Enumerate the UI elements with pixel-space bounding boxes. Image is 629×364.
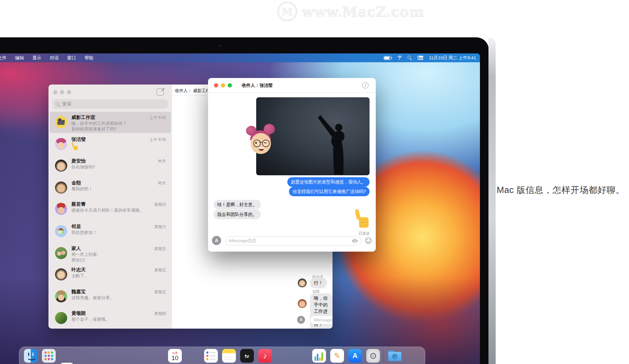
received-bubble: 行！	[310, 278, 327, 288]
avatar	[55, 290, 67, 302]
dock-launchpad-icon[interactable]	[42, 349, 56, 363]
conversation-preview: 我也想参加！	[71, 230, 166, 235]
dock-tv-icon[interactable]: tv	[240, 349, 254, 363]
conversation-preview: 谢谢你今天鼎力相助！真的非常感激。	[71, 207, 166, 213]
conversation-weiying-studio[interactable]: 威影工作室 上午 9:41 嗨，你手中的工作进展如何？ 新的粗剪版准备好了吗?	[50, 112, 171, 133]
memoji-glasses	[262, 140, 270, 147]
conversation-zhangjieying[interactable]: 张洁莹 上午 9:30	[50, 134, 171, 155]
menu-help[interactable]: 帮助	[85, 55, 93, 61]
conversation-tanganyi[interactable]: 唐安怡 昨天 你在做饭吗?	[50, 155, 171, 177]
audio-message-icon[interactable]	[352, 238, 358, 243]
menu-items: 文件 编辑 显示 对话 窗口 帮助	[0, 55, 93, 61]
zoom-button[interactable]	[228, 83, 232, 87]
conversation-preview: 那个盒子，保密哦。	[71, 316, 166, 322]
conversation-time: 星期五	[154, 289, 166, 295]
search-placeholder: 搜索	[62, 101, 71, 107]
minimize-button[interactable]	[221, 83, 225, 87]
window-controls	[53, 90, 71, 94]
input-placeholder: iMessage信息	[314, 317, 333, 323]
conversation-name: 蔡若菁	[71, 201, 86, 207]
conversation-neighbors[interactable]: 邻居 星期六 我也想参加！	[50, 221, 171, 242]
close-button[interactable]	[53, 90, 57, 94]
macz-logo-icon: M	[277, 1, 297, 22]
conversation-time: 星期四	[154, 311, 166, 316]
minimize-button[interactable]	[60, 90, 64, 94]
conversation-preview: 这很有趣。谢谢分享。	[71, 295, 166, 300]
menu-file[interactable]: 文件	[0, 55, 7, 61]
info-icon[interactable]: i	[362, 82, 369, 88]
conversation-name: 威影工作室	[71, 114, 95, 121]
message-input[interactable]: iMessage信息	[225, 236, 361, 245]
conversation-preview: 周一早上到家。 爱你们!	[71, 252, 166, 263]
menu-conversation[interactable]: 对话	[50, 55, 59, 61]
dock-appstore-icon[interactable]: A	[348, 349, 362, 363]
sent-bubble: 你觉得我们可以用它来做推广活动吗?	[289, 187, 370, 196]
avatar	[55, 182, 67, 194]
conversation-name: 叶志天	[71, 267, 86, 273]
new-message-icon[interactable]	[157, 88, 164, 96]
emoji-picker-icon[interactable]: ☺	[365, 237, 372, 244]
dock: 11月 10 tv ♪ ✎ A ⚙ ↓	[19, 347, 425, 364]
conversation-time: 星期五	[154, 267, 166, 273]
dock-safari-icon[interactable]	[60, 363, 74, 364]
wifi-icon[interactable]	[397, 56, 402, 60]
message-input[interactable]: iMessage信息	[310, 316, 333, 324]
watermark-text: www.MacZ.com	[302, 4, 424, 20]
imessage-apps-button[interactable]: A	[212, 236, 221, 245]
avatar	[55, 312, 67, 324]
window-controls	[214, 83, 232, 87]
spotlight-search-icon[interactable]	[408, 56, 412, 60]
dock-downloads-icon[interactable]: ↓	[388, 349, 402, 363]
received-bubble: 我会和团队分享的。	[214, 210, 261, 219]
dock-pages-icon[interactable]: ✎	[330, 349, 344, 363]
menu-window[interactable]: 窗口	[67, 55, 76, 61]
recipient-label: 收件人：张洁莹	[242, 83, 273, 88]
menu-edit[interactable]: 编辑	[15, 55, 24, 61]
close-button[interactable]	[214, 83, 218, 87]
menu-view[interactable]: 显示	[32, 55, 41, 61]
download-arrow-icon: ↓	[392, 354, 397, 359]
conversation-family[interactable]: 家人 星期五 周一早上到家。 爱你们!	[50, 243, 171, 264]
menubar-clock[interactable]: 11月10日 周二 上午9:41	[429, 55, 476, 61]
conversation-jinxi[interactable]: 金熙 昨天 看我的吧！	[50, 177, 171, 199]
conversation-time: 昨天	[158, 181, 166, 186]
sender-avatar	[298, 278, 307, 287]
avatar	[55, 116, 67, 128]
received-bubble: 哇！是啊，好主意。	[214, 200, 261, 209]
conversation-huangsonglang[interactable]: 黄颂朗 星期四 那个盒子，保密哦。	[50, 308, 171, 329]
conversation-preview: 嗨，你手中的工作进展如何？ 新的粗剪版准备好了吗?	[71, 121, 166, 132]
avatar	[55, 138, 67, 150]
dock-calendar-icon[interactable]: 11月 10	[168, 349, 182, 363]
search-input[interactable]: 搜索	[52, 99, 168, 109]
conversation-preview: 太酷了。	[71, 273, 166, 278]
compose-window: 收件人：张洁莹 i	[208, 78, 376, 252]
conversation-cairuojing[interactable]: 蔡若菁 星期日 谢谢你今天鼎力相助！真的非常感激。	[50, 199, 171, 220]
calendar-day: 10	[171, 355, 178, 361]
dock-reminders-icon[interactable]	[204, 349, 218, 363]
dock-notes-icon[interactable]	[222, 349, 236, 363]
page: M www.MacZ.com Mac 版信息，怎样开场都好聊。 文件 编辑 显示…	[0, 0, 629, 364]
menu-status-area: 11月10日 周二 上午9:41	[384, 53, 476, 62]
dock-numbers-icon[interactable]	[312, 349, 326, 363]
avatar	[55, 225, 67, 237]
battery-icon[interactable]	[384, 56, 391, 60]
thumbs-up-icon	[71, 142, 78, 150]
conversation-time: 昨天	[158, 159, 166, 164]
conversations-sidebar: 搜索 威影工作室 上午 9:41 嗨，你手中的工作进展如何？ 新的粗剪版准备好了…	[48, 85, 172, 329]
control-center-icon[interactable]	[417, 56, 423, 60]
imessage-apps-button[interactable]: A	[297, 316, 305, 324]
delivered-status: 已送达	[359, 231, 370, 236]
dock-music-icon[interactable]: ♪	[258, 349, 272, 363]
dock-system-preferences-icon[interactable]: ⚙	[366, 349, 380, 363]
dock-divider	[383, 350, 384, 363]
watermark: M www.MacZ.com	[277, 1, 424, 22]
conversation-yezhitian[interactable]: 叶志天 星期五 太酷了。	[50, 264, 171, 285]
memoji-eye	[255, 142, 257, 144]
macbook-screen: 文件 编辑 显示 对话 窗口 帮助 11月10日 周二 上午9:41	[0, 53, 480, 364]
zoom-button[interactable]	[67, 90, 71, 94]
avatar	[55, 268, 67, 280]
conversation-time: 上午 9:41	[149, 115, 166, 121]
tv-label: tv	[245, 353, 249, 359]
dock-finder-icon[interactable]	[24, 349, 38, 363]
conversation-weijiabao[interactable]: 魏嘉宝 星期五 这很有趣。谢谢分享。	[50, 286, 171, 307]
